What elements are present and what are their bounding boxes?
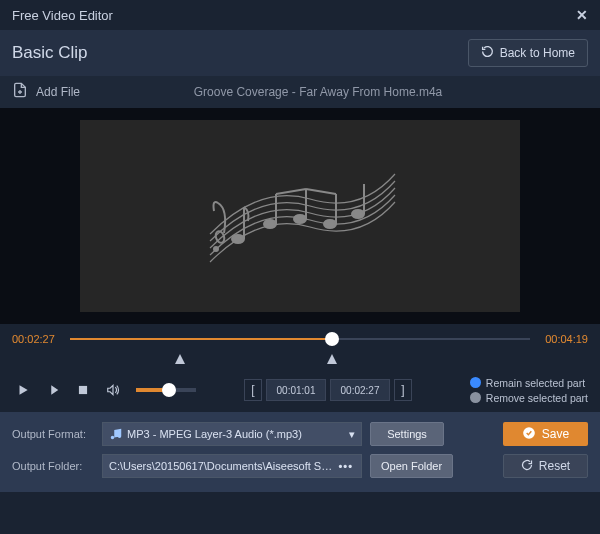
marker-end[interactable] (327, 354, 337, 364)
svg-point-8 (352, 210, 364, 218)
remove-selected-radio[interactable]: Remove selected part (470, 392, 588, 404)
page-title: Basic Clip (12, 43, 88, 63)
back-to-home-button[interactable]: Back to Home (468, 39, 588, 67)
app-title: Free Video Editor (12, 8, 113, 23)
reset-button[interactable]: Reset (503, 454, 588, 478)
close-icon[interactable]: ✕ (576, 7, 588, 23)
format-icon (109, 427, 123, 441)
remain-label: Remain selected part (486, 377, 585, 389)
chevron-down-icon: ▾ (349, 428, 355, 441)
output-format-label: Output Format: (12, 428, 94, 440)
titlebar: Free Video Editor ✕ (0, 0, 600, 30)
svg-point-13 (214, 247, 218, 251)
set-end-button[interactable]: ] (394, 379, 412, 401)
controls-row: [ ] Remain selected part Remove selected… (0, 368, 600, 412)
check-icon (522, 426, 536, 443)
svg-point-6 (324, 220, 336, 228)
stop-button[interactable] (72, 379, 94, 401)
clip-start-input[interactable] (266, 379, 326, 401)
music-note-icon (200, 139, 400, 293)
output-panel: Output Format: MP3 - MPEG Layer-3 Audio … (0, 412, 600, 492)
save-button[interactable]: Save (503, 422, 588, 446)
play-button[interactable] (12, 379, 34, 401)
folder-value: C:\Users\20150617\Documents\Aiseesoft St… (109, 460, 355, 472)
timeline-slider[interactable] (70, 330, 530, 348)
time-current: 00:02:27 (12, 333, 60, 345)
output-format-select[interactable]: MP3 - MPEG Layer-3 Audio (*.mp3) ▾ (102, 422, 362, 446)
back-label: Back to Home (500, 46, 575, 60)
preview-canvas (80, 120, 520, 312)
time-total: 00:04:19 (540, 333, 588, 345)
settings-button[interactable]: Settings (370, 422, 444, 446)
clip-markers[interactable] (70, 354, 530, 368)
save-label: Save (542, 427, 569, 441)
output-folder-label: Output Folder: (12, 460, 94, 472)
header: Basic Clip Back to Home (0, 30, 600, 76)
reset-label: Reset (539, 459, 570, 473)
add-file-button[interactable]: Add File (36, 85, 80, 99)
marker-start[interactable] (175, 354, 185, 364)
svg-point-2 (264, 220, 276, 228)
preview-area (0, 108, 600, 324)
step-button[interactable] (42, 379, 64, 401)
clip-end-input[interactable] (330, 379, 390, 401)
add-file-icon[interactable] (12, 82, 28, 102)
filebar: Add File Groove Coverage - Far Away From… (0, 76, 600, 108)
svg-line-10 (276, 189, 306, 194)
set-start-button[interactable]: [ (244, 379, 262, 401)
open-folder-button[interactable]: Open Folder (370, 454, 453, 478)
reset-icon (521, 459, 533, 474)
output-folder-field[interactable]: C:\Users\20150617\Documents\Aiseesoft St… (102, 454, 362, 478)
volume-icon[interactable] (102, 379, 124, 401)
radio-dot-icon (470, 377, 481, 388)
radio-dot-icon (470, 392, 481, 403)
timeline: 00:02:27 00:04:19 (0, 324, 600, 354)
remain-selected-radio[interactable]: Remain selected part (470, 377, 588, 389)
svg-point-0 (232, 235, 244, 243)
svg-rect-14 (79, 386, 87, 394)
svg-line-11 (306, 189, 336, 194)
browse-icon[interactable]: ••• (338, 460, 353, 472)
back-icon (481, 45, 494, 61)
current-filename: Groove Coverage - Far Away From Home.m4a (88, 85, 588, 99)
svg-point-4 (294, 215, 306, 223)
format-value: MP3 - MPEG Layer-3 Audio (*.mp3) (127, 428, 302, 440)
remove-label: Remove selected part (486, 392, 588, 404)
volume-slider[interactable] (136, 388, 196, 392)
